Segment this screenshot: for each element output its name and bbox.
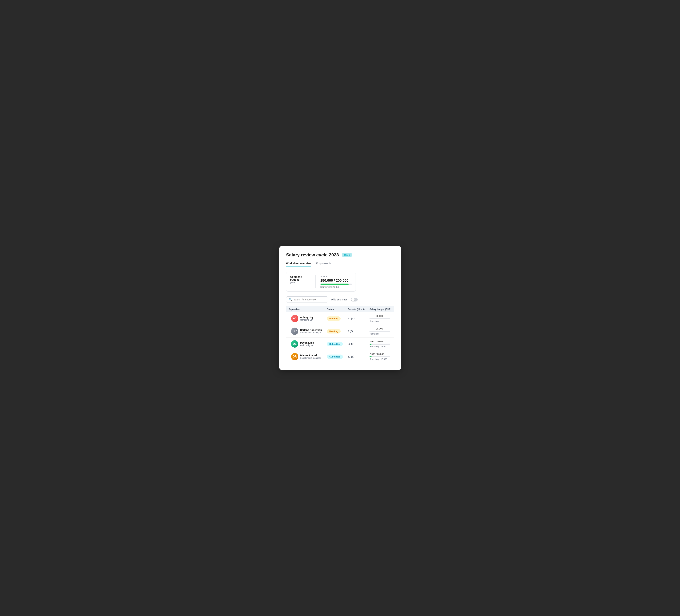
budget-cell: 2,000 / 20,000 Remaining: 18,000 (367, 338, 394, 351)
table-row: › DL Devon Lane Web designer Submitted 2… (286, 338, 394, 351)
budget-cell-fill (369, 343, 372, 345)
budget-cell: —— / 20,000 Remaining: —— (367, 312, 394, 325)
col-salary-budget: Salary budget (EUR) (367, 306, 394, 312)
reports-cell: 22 (42) (345, 312, 367, 325)
row-expand-chevron[interactable]: › (289, 355, 289, 358)
avatar: AJ (291, 315, 298, 322)
supervisor-table: Supervisor Status Reports (direct) Salar… (286, 306, 394, 363)
avatar: DR (291, 353, 298, 360)
supervisor-cell: › DR Dianne Russel Social media manager (286, 351, 324, 363)
status-cell: Pending (324, 312, 345, 325)
budget-cell-remaining: Remaining: 18,000 (369, 345, 391, 348)
col-supervisor: Supervisor (286, 306, 324, 312)
budget-cell-content: —— / 20,000 Remaining: —— (369, 327, 391, 335)
budget-card: Company budget (EUR) Salary 180,000 / 20… (286, 272, 356, 291)
search-input[interactable] (293, 298, 325, 301)
tab-employee-list[interactable]: Employee list (316, 262, 332, 267)
supervisor-name: Dianne Russel (300, 354, 321, 357)
reports-cell: 12 (3) (345, 351, 367, 363)
budget-cell-track (369, 343, 390, 345)
supervisor-info: Darlene Robertson Social media manager (300, 329, 322, 334)
status-cell: Submitted (324, 351, 345, 363)
reports-cell: 4 (2) (345, 325, 367, 338)
table-row: › DR Dianne Russel Social media manager … (286, 351, 394, 363)
budget-divider (315, 275, 316, 288)
budget-progress-track (320, 284, 352, 285)
budget-cell: —— / 20,000 Remaining: —— (367, 325, 394, 338)
tab-bar: Worksheet overview Employee list (286, 262, 394, 267)
supervisor-name: Darlene Robertson (300, 329, 322, 331)
status-badge: Open (342, 253, 352, 257)
supervisor-info: Devon Lane Web designer (300, 341, 314, 346)
budget-category: Salary (320, 275, 352, 278)
budget-details: Salary 180,000 / 200,000 Remaining: 20,0… (320, 275, 352, 288)
budget-cell-content: —— / 20,000 Remaining: —— (369, 315, 391, 323)
table-row: › DR Darlene Robertson Social media mana… (286, 325, 394, 338)
avatar: DR (291, 328, 298, 335)
budget-cell-remaining: Remaining: —— (369, 333, 391, 335)
status-cell: Submitted (324, 338, 345, 351)
budget-cell-amount: —— / 20,000 (369, 327, 391, 330)
supervisor-cell: › DR Darlene Robertson Social media mana… (286, 325, 324, 338)
supervisor-role: Social media manager (300, 331, 322, 334)
supervisor-cell: › DL Devon Lane Web designer (286, 338, 324, 351)
budget-cell-remaining: Remaining: —— (369, 320, 391, 323)
status-badge: Submitted (327, 355, 343, 359)
row-expand-chevron[interactable]: › (289, 342, 289, 345)
supervisor-name: Devon Lane (300, 341, 314, 344)
status-badge: Pending (327, 316, 341, 321)
budget-cell-amount: 2,000 / 20,000 (369, 353, 391, 356)
budget-cell-content: 2,000 / 20,000 Remaining: 18,000 (369, 340, 391, 348)
status-badge: Pending (327, 329, 341, 334)
supervisor-info: Dianne Russel Social media manager (300, 354, 321, 359)
main-card: Salary review cycle 2023 Open Worksheet … (279, 246, 401, 370)
avatar: DL (291, 340, 298, 347)
budget-remaining: Remaining: 20,000 (320, 286, 352, 288)
page-title: Salary review cycle 2023 (286, 252, 339, 258)
supervisor-role: Social media manager (300, 357, 321, 359)
col-status: Status (324, 306, 345, 312)
budget-amount: 180,000 / 200,000 (320, 279, 352, 282)
budget-cell-content: 2,000 / 20,000 Remaining: 18,000 (369, 353, 391, 360)
supervisor-cell: › AJ Aubrey Joy Marketing VP (286, 312, 324, 325)
toolbar: 🔍 Hide submitted (286, 297, 394, 303)
supervisor-role: Web designer (300, 344, 314, 346)
search-icon: 🔍 (289, 298, 292, 301)
hide-submitted-label: Hide submitted (331, 298, 347, 301)
budget-cell-remaining: Remaining: 18,000 (369, 358, 391, 360)
search-box[interactable]: 🔍 (286, 297, 328, 303)
budget-cell: 2,000 / 20,000 Remaining: 18,000 (367, 351, 394, 363)
col-reports: Reports (direct) (345, 306, 367, 312)
status-cell: Pending (324, 325, 345, 338)
table-row: › AJ Aubrey Joy Marketing VP Pending 22 … (286, 312, 394, 325)
row-expand-chevron[interactable]: › (289, 317, 289, 320)
page-header: Salary review cycle 2023 Open (286, 252, 394, 258)
toggle-thumb (351, 298, 355, 301)
supervisor-role: Marketing VP (300, 319, 313, 321)
table-header-row: Supervisor Status Reports (direct) Salar… (286, 306, 394, 312)
budget-cell-track (369, 318, 390, 319)
budget-progress-fill (320, 284, 349, 285)
status-badge: Submitted (327, 342, 343, 346)
budget-cell-fill (369, 356, 372, 357)
reports-cell: 20 (5) (345, 338, 367, 351)
hide-submitted-toggle[interactable] (351, 298, 358, 302)
budget-cell-amount: 2,000 / 20,000 (369, 340, 391, 343)
tab-worksheet-overview[interactable]: Worksheet overview (286, 262, 311, 267)
budget-cell-amount: —— / 20,000 (369, 315, 391, 317)
budget-cell-track (369, 356, 390, 357)
budget-currency: (EUR) (290, 281, 311, 284)
budget-label-section: Company budget (EUR) (290, 275, 311, 284)
row-expand-chevron[interactable]: › (289, 330, 289, 333)
budget-title: Company budget (290, 275, 311, 281)
supervisor-info: Aubrey Joy Marketing VP (300, 316, 313, 321)
budget-cell-track (369, 331, 390, 332)
supervisor-name: Aubrey Joy (300, 316, 313, 319)
